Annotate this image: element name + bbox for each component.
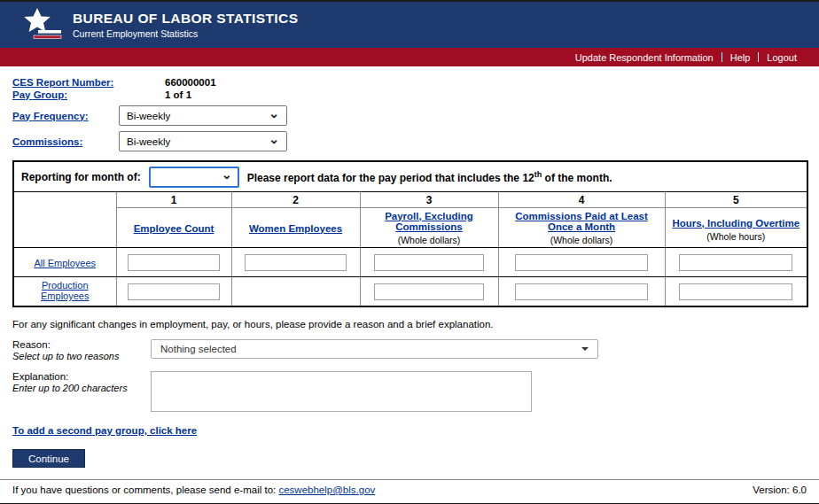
column-number-2: 2 xyxy=(231,192,360,208)
all-employees-row: All Employees xyxy=(13,248,807,277)
reason-label: Reason: xyxy=(12,339,151,350)
table-corner-cell xyxy=(13,192,116,248)
col-subheader-hours: (Whole hours) xyxy=(666,231,807,242)
reporting-month-select[interactable]: ⌄ xyxy=(149,167,239,188)
footer-contact: If you have questions or comments, pleas… xyxy=(12,485,375,495)
reason-hint: Select up to two reasons xyxy=(12,351,151,361)
top-nav: Update Respondent Information Help Logou… xyxy=(0,48,819,66)
column-headers-row: Employee Count Women Employees Payroll, … xyxy=(13,208,807,248)
column-number-4: 4 xyxy=(498,192,665,208)
input-prod-hours[interactable] xyxy=(679,283,792,300)
instruction-text-pre: Please report data for the pay period th… xyxy=(247,172,534,184)
input-all-commissions[interactable] xyxy=(515,254,648,271)
explanation-label: Explanation: xyxy=(12,371,151,382)
col-header-commissions[interactable]: Commissions Paid at Least Once a Month xyxy=(499,211,665,232)
reporting-instruction: Please report data for the pay period th… xyxy=(247,170,612,184)
explanation-label-block: Explanation: Enter up to 200 characters xyxy=(12,371,151,393)
reason-label-block: Reason: Select up to two reasons xyxy=(12,339,151,361)
nav-help[interactable]: Help xyxy=(730,52,751,63)
change-instruction: For any significant changes in employmen… xyxy=(12,319,819,330)
col-subheader-payroll: (Whole dollars) xyxy=(361,235,498,245)
empty-cell-prod-women xyxy=(231,277,360,307)
chevron-down-icon: ⌄ xyxy=(269,136,279,143)
header-text: BUREAU OF LABOR STATISTICS Current Emplo… xyxy=(73,11,298,39)
column-numbers-row: 1 2 3 4 5 xyxy=(13,192,807,208)
column-number-5: 5 xyxy=(665,192,807,208)
col-header-employee-count[interactable]: Employee Count xyxy=(129,223,220,234)
page-footer: If you have questions or comments, pleas… xyxy=(0,479,819,495)
commissions-selected-value: Bi-weekly xyxy=(127,136,170,147)
col-subheader-commissions: (Whole dollars) xyxy=(499,235,665,245)
pay-frequency-selected-value: Bi-weekly xyxy=(127,111,170,121)
app-subtitle: Current Employment Statistics xyxy=(73,28,298,39)
pay-group-label[interactable]: Pay Group: xyxy=(12,89,119,100)
pay-frequency-row: Pay Frequency: Bi-weekly ⌄ xyxy=(12,105,819,126)
input-prod-payroll[interactable] xyxy=(374,283,484,300)
explanation-textarea[interactable] xyxy=(151,371,532,412)
col-header-payroll[interactable]: Payroll, Excluding Commissions xyxy=(361,211,498,232)
email-link[interactable]: ceswebhelp@bls.gov xyxy=(278,485,375,495)
explanation-row: Explanation: Enter up to 200 characters xyxy=(12,371,819,412)
add-pay-group-link[interactable]: To add a second pay group, click here xyxy=(12,425,197,436)
input-all-employee-count[interactable] xyxy=(128,254,219,271)
instruction-text-post: of the month. xyxy=(542,172,612,184)
production-employees-row: Production Employees xyxy=(13,277,807,307)
column-number-3: 3 xyxy=(360,192,498,208)
version-text: Version: 6.0 xyxy=(753,485,807,495)
nav-separator xyxy=(758,52,759,62)
col-header-women-employees[interactable]: Women Employees xyxy=(244,223,347,234)
chevron-down-icon: ⌄ xyxy=(269,110,279,117)
ces-report-number-row: CES Report Number: 660000001 xyxy=(12,77,819,88)
app-header: BUREAU OF LABOR STATISTICS Current Emplo… xyxy=(0,2,819,48)
nav-separator xyxy=(722,52,722,62)
column-number-1: 1 xyxy=(116,192,231,208)
chevron-down-icon: ⌄ xyxy=(222,171,232,178)
row-link-production-employees[interactable]: Production Employees xyxy=(14,280,116,301)
instruction-superscript: th xyxy=(534,170,542,179)
pay-frequency-select[interactable]: Bi-weekly ⌄ xyxy=(119,105,287,126)
report-info-section: CES Report Number: 660000001 Pay Group: … xyxy=(0,66,819,151)
ces-report-number-label[interactable]: CES Report Number: xyxy=(12,77,119,88)
continue-button[interactable]: Continue xyxy=(12,449,85,468)
input-all-hours[interactable] xyxy=(679,254,792,271)
bls-logo xyxy=(21,7,64,43)
row-link-all-employees[interactable]: All Employees xyxy=(28,258,101,268)
nav-logout[interactable]: Logout xyxy=(767,52,797,63)
commissions-row: Commissions: Bi-weekly ⌄ xyxy=(12,131,819,151)
reason-row: Reason: Select up to two reasons Nothing… xyxy=(12,339,819,361)
pay-group-row: Pay Group: 1 of 1 xyxy=(12,89,819,100)
app-title: BUREAU OF LABOR STATISTICS xyxy=(73,11,298,27)
reporting-month-label: Reporting for month of: xyxy=(21,171,141,183)
col-header-hours[interactable]: Hours, Including Overtime xyxy=(667,218,805,229)
commissions-select[interactable]: Bi-weekly ⌄ xyxy=(119,131,287,151)
pay-frequency-label[interactable]: Pay Frequency: xyxy=(12,111,119,121)
input-all-payroll[interactable] xyxy=(374,254,484,271)
reporting-month-row: Reporting for month of: ⌄ Please report … xyxy=(13,161,807,192)
contact-text: If you have questions or comments, pleas… xyxy=(12,485,276,495)
ces-report-page: BUREAU OF LABOR STATISTICS Current Emplo… xyxy=(0,0,819,504)
reason-multiselect[interactable]: Nothing selected xyxy=(151,339,598,359)
ces-data-table: Reporting for month of: ⌄ Please report … xyxy=(12,160,808,307)
nav-update-respondent-info[interactable]: Update Respondent Information xyxy=(575,52,714,63)
reason-selected-value: Nothing selected xyxy=(160,344,237,354)
input-all-women-employees[interactable] xyxy=(245,254,347,271)
caret-down-icon xyxy=(581,347,589,351)
ces-report-number-value: 660000001 xyxy=(165,77,216,88)
pay-group-value: 1 of 1 xyxy=(165,89,191,100)
input-prod-employee-count[interactable] xyxy=(128,283,219,300)
commissions-label[interactable]: Commissions: xyxy=(12,136,119,147)
explanation-hint: Enter up to 200 characters xyxy=(12,383,151,393)
input-prod-commissions[interactable] xyxy=(515,283,648,300)
